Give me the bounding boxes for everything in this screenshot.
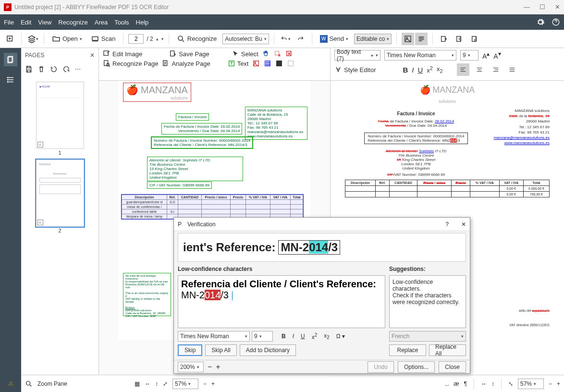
- dialog-zoom-in[interactable]: +: [216, 363, 220, 371]
- select-button[interactable]: Select: [232, 50, 258, 58]
- menu-recognize[interactable]: Recognize: [58, 19, 87, 26]
- prev-icon[interactable]: [453, 33, 466, 45]
- align-center-icon[interactable]: [473, 63, 486, 76]
- table-area-icon[interactable]: [264, 60, 271, 67]
- dialog-zoom-out[interactable]: −: [208, 363, 212, 371]
- redo-icon[interactable]: [294, 33, 307, 45]
- replace-all-button[interactable]: Replace All: [429, 344, 466, 356]
- fit-width-icon-2[interactable]: ↔: [481, 380, 487, 387]
- zoom-out-1[interactable]: −: [203, 380, 207, 387]
- erase-area-icon[interactable]: [274, 50, 282, 58]
- dialog-italic-icon[interactable]: I: [293, 333, 294, 340]
- verify-icon[interactable]: [438, 33, 450, 45]
- new-project-icon[interactable]: [4, 33, 16, 45]
- settings-icon[interactable]: [536, 18, 545, 26]
- verification-textbox[interactable]: Referencia del Cliente / Client's Refere…: [178, 275, 385, 328]
- dialog-close-icon[interactable]: ✕: [461, 221, 466, 228]
- close-button[interactable]: ✕: [555, 3, 560, 11]
- dialog-sup-icon[interactable]: x2: [312, 332, 318, 341]
- fit-page-icon-2[interactable]: ⤡: [508, 380, 513, 387]
- font-size-dropdown[interactable]: 9▾: [460, 50, 478, 61]
- subscript-icon[interactable]: x2: [437, 65, 443, 74]
- style-dropdown[interactable]: Body text (7)▸▾: [334, 50, 380, 61]
- properties-tab-icon[interactable]: [4, 73, 17, 86]
- add-dictionary-button[interactable]: Add to Dictionary: [240, 344, 296, 356]
- skip-button[interactable]: Skip: [178, 344, 202, 356]
- layers-icon[interactable]: ▾: [26, 33, 39, 45]
- undo-button[interactable]: Undo: [368, 361, 394, 373]
- superscript-icon[interactable]: x2: [427, 65, 433, 74]
- fit-page-icon-1[interactable]: ⤢: [163, 380, 168, 387]
- delete-page-icon[interactable]: [37, 65, 45, 73]
- language-dropdown[interactable]: French▾: [389, 331, 466, 342]
- align-left-icon[interactable]: [457, 63, 469, 76]
- fit-icon-1[interactable]: ▦: [135, 380, 140, 387]
- delete-area-icon[interactable]: [285, 50, 293, 58]
- save-page-icon[interactable]: [25, 65, 33, 73]
- background-area-icon[interactable]: [287, 60, 294, 67]
- dialog-font-dropdown[interactable]: Times New Roman▾: [178, 331, 250, 342]
- dialog-omega-icon[interactable]: Ω ▾: [336, 333, 345, 340]
- menu-help[interactable]: Help: [136, 19, 149, 26]
- page-down-icon[interactable]: ▾: [161, 37, 164, 41]
- zoom2-dropdown[interactable]: 57%▾: [518, 379, 544, 389]
- pages-tab-icon[interactable]: [4, 53, 17, 66]
- zoom-in-1[interactable]: +: [211, 380, 215, 387]
- zoom-out-2[interactable]: −: [549, 380, 552, 387]
- suggestions-box[interactable]: Low-confidence characters. Check if the …: [389, 275, 466, 328]
- dialog-bold-icon[interactable]: B: [282, 333, 286, 340]
- dialog-underline-icon[interactable]: U: [301, 333, 305, 340]
- autoselect-dropdown[interactable]: Autoselect: Bu▾: [222, 34, 269, 44]
- recognize-button[interactable]: Recognize: [174, 33, 220, 45]
- send-button[interactable]: WSend▾: [317, 34, 351, 44]
- zoom-in-2[interactable]: +: [557, 380, 560, 387]
- dialog-zoom-dropdown[interactable]: 200%▾: [178, 362, 204, 372]
- layout-image-icon[interactable]: [402, 33, 414, 45]
- editable-dropdown[interactable]: Editable co▾: [354, 34, 392, 44]
- menu-area[interactable]: Area: [95, 19, 108, 26]
- undo-icon[interactable]: ▾: [279, 33, 292, 45]
- more-icon[interactable]: ⋯: [75, 66, 81, 73]
- page-up-icon[interactable]: ▴: [156, 37, 159, 41]
- analyze-page-button[interactable]: Analyze Page: [162, 60, 210, 67]
- dialog-close-button[interactable]: Close: [439, 361, 466, 373]
- dialog-sub-icon[interactable]: x2: [324, 332, 330, 340]
- thumbnail-2[interactable]: MANZANA Factura/Invoice ≡: [36, 159, 84, 227]
- menu-edit[interactable]: Edit: [21, 19, 31, 26]
- options-button[interactable]: Options...: [398, 361, 435, 373]
- replace-button[interactable]: Replace: [389, 344, 426, 356]
- warning-icon[interactable]: ⚠: [0, 375, 21, 392]
- underline-icon[interactable]: U: [418, 66, 423, 74]
- scan-button[interactable]: Scan: [88, 33, 119, 45]
- italic-icon[interactable]: I: [412, 66, 414, 74]
- open-button[interactable]: Open▾: [49, 33, 85, 45]
- increase-font-icon[interactable]: A▴: [482, 50, 490, 60]
- maximize-button[interactable]: ☐: [539, 3, 545, 11]
- fit-height-icon-2[interactable]: ↕: [491, 380, 494, 387]
- fit-width-icon-1[interactable]: ↔: [145, 380, 150, 387]
- style-editor-button[interactable]: Style Editor: [334, 66, 376, 74]
- show-np-icon[interactable]: ⎵: [445, 380, 449, 387]
- pages-close-icon[interactable]: ✕: [90, 52, 95, 59]
- decrease-font-icon[interactable]: A▾: [493, 50, 501, 60]
- hand-icon[interactable]: [262, 50, 270, 58]
- menu-tools[interactable]: Tools: [114, 19, 129, 26]
- align-right-icon[interactable]: [490, 63, 502, 76]
- text-area-button[interactable]: Text: [228, 60, 249, 67]
- barcode-area-icon[interactable]: [275, 60, 283, 67]
- layout-text-icon[interactable]: [415, 33, 428, 45]
- dialog-help-icon[interactable]: ?: [445, 221, 449, 228]
- page-number-input[interactable]: [128, 34, 144, 44]
- align-justify-icon[interactable]: [506, 63, 518, 76]
- bold-icon[interactable]: B: [403, 66, 408, 74]
- zoom-pane-icon[interactable]: [25, 380, 33, 388]
- rotate-left-icon[interactable]: [50, 65, 58, 73]
- save-page-button[interactable]: Save Page: [169, 50, 209, 58]
- pilcrow-icon[interactable]: ¶: [464, 380, 467, 387]
- menu-view[interactable]: View: [38, 19, 51, 26]
- minimize-button[interactable]: —: [524, 3, 530, 11]
- thumbnail-1[interactable]: ◆ ACLAM ≡: [36, 82, 84, 149]
- menu-file[interactable]: File: [4, 19, 14, 26]
- picture-area-icon[interactable]: [252, 60, 260, 67]
- dialog-size-dropdown[interactable]: 9▾: [252, 331, 273, 342]
